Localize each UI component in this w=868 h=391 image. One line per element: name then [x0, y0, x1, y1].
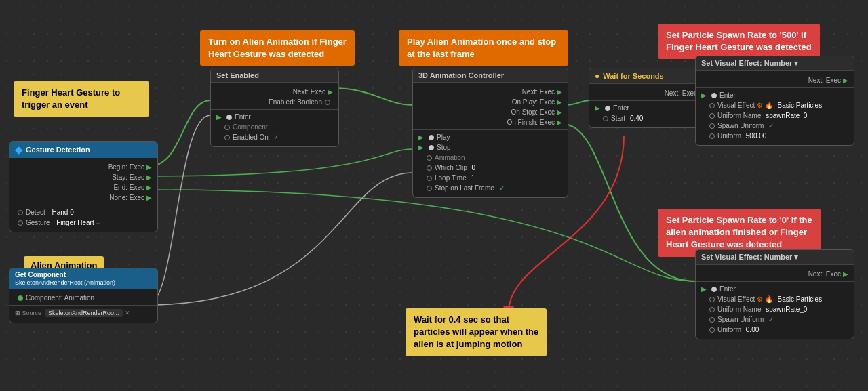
animation-controller-node: 3D Animation Controller Next: Exec ▶ On … — [412, 68, 568, 198]
stay-exec-row: Stay: Exec ▶ — [9, 172, 157, 182]
gesture-row: Gesture Finger Heart – — [9, 218, 157, 228]
animation-row: Animation — [413, 152, 568, 163]
set-visual-effect-1-node: Set Visual Effect: Number ▾ Next: Exec ▶… — [695, 56, 854, 146]
next-exec-row: Next: Exec ▶ — [211, 87, 338, 97]
play-row: ▶ Play — [413, 132, 568, 142]
enter-row: ▶ Enter — [589, 103, 710, 113]
none-exec-row: None: Exec ▶ — [9, 192, 157, 203]
set-visual-effect-2-node: Set Visual Effect: Number ▾ Next: Exec ▶… — [695, 249, 854, 339]
animation-controller-header: 3D Animation Controller — [413, 68, 568, 83]
visual-effect-row: Visual Effect ⚙ 🔥 Basic Particles — [696, 294, 854, 304]
detect-row: Detect Hand 0 – — [9, 207, 157, 218]
uniform-name-row: Uniform Name spawnRate_0 — [696, 110, 854, 121]
on-play-row: On Play: Exec ▶ — [413, 97, 568, 107]
component-animation-row: Component: Animation — [9, 293, 157, 303]
wait-header: ● Wait for Seconds — [589, 68, 710, 84]
enter-row: ▶ Enter — [696, 90, 854, 100]
enabled-on-row: Enabled On ✓ — [211, 132, 338, 142]
get-component-node: Get ComponentSkeletonAndRenderRoot (Anim… — [9, 268, 158, 323]
enter-row: ▶ Enter — [211, 112, 338, 122]
enter-row: ▶ Enter — [696, 284, 854, 294]
next-exec-row: Next: Exec ▶ — [589, 88, 710, 98]
enabled-bool-row: Enabled: Boolean — [211, 97, 338, 107]
annotation-set-particle-1: Set Particle Spawn Rate to '500' ifFinge… — [658, 24, 820, 59]
visual-effect-row: Visual Effect ⚙ 🔥 Basic Particles — [696, 100, 854, 110]
next-exec-row: Next: Exec ▶ — [696, 269, 854, 279]
get-component-header: Get ComponentSkeletonAndRenderRoot (Anim… — [9, 268, 157, 289]
on-stop-row: On Stop: Exec ▶ — [413, 107, 568, 117]
annotation-finger-heart: Finger Heart Gesture to trigger an event — [14, 81, 149, 117]
uniform-row: Uniform 500.00 — [696, 131, 854, 141]
source-row: ⊞ Source SkeletonAndRenderRoo... ✕ — [9, 308, 157, 318]
set-enabled-node: Set Enabled Next: Exec ▶ Enabled: Boolea… — [210, 68, 339, 147]
gesture-detection-header: ◆ Gesture Detection — [9, 142, 157, 158]
on-finish-row: On Finish: Exec ▶ — [413, 117, 568, 127]
gesture-detection-node: ◆ Gesture Detection Begin: Exec ▶ Stay: … — [9, 141, 158, 232]
uniform-name-row: Uniform Name spawnRate_0 — [696, 304, 854, 314]
wait-for-seconds-node: ● Wait for Seconds Next: Exec ▶ ▶ Enter … — [589, 68, 711, 128]
annotation-play-alien: Play Alien Animation once and stop at th… — [399, 30, 568, 66]
begin-exec-row: Begin: Exec ▶ — [9, 162, 157, 172]
gesture-dot: ◆ — [15, 144, 22, 155]
uniform-row: Uniform 0.00 — [696, 325, 854, 335]
set-visual-2-header: Set Visual Effect: Number ▾ — [696, 250, 854, 265]
annotation-turn-on: Turn on Alien Animation if FingerHeart G… — [200, 30, 355, 66]
spawn-uniform-row: Spawn Uniform ✓ — [696, 121, 854, 131]
loop-time-row: Loop Time 1 — [413, 173, 568, 183]
start-row: Start 0.40 — [589, 113, 710, 123]
stop-row: ▶ Stop — [413, 142, 568, 152]
component-row: Component — [211, 122, 338, 132]
set-enabled-header: Set Enabled — [211, 68, 338, 83]
next-exec-row: Next: Exec ▶ — [413, 87, 568, 97]
stop-last-frame-row: Stop on Last Frame ✓ — [413, 183, 568, 193]
annotation-wait: Wait for 0.4 sec so thatparticles will a… — [406, 308, 547, 356]
which-clip-row: Which Clip 0 — [413, 163, 568, 173]
next-exec-row: Next: Exec ▶ — [696, 75, 854, 85]
set-visual-1-header: Set Visual Effect: Number ▾ — [696, 56, 854, 71]
spawn-uniform-row: Spawn Uniform ✓ — [696, 314, 854, 325]
end-exec-row: End: Exec ▶ — [9, 182, 157, 192]
